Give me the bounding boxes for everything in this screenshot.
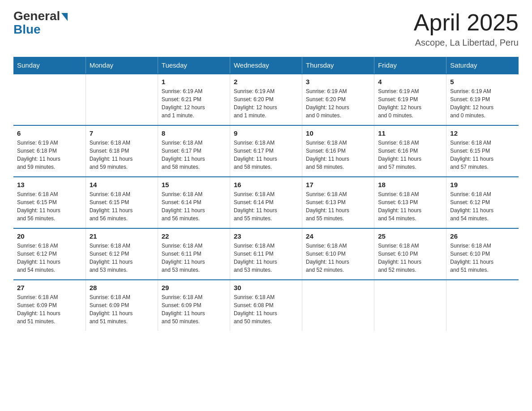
day-number: 6	[17, 129, 82, 137]
day-info: Sunrise: 6:19 AM Sunset: 6:19 PM Dayligh…	[450, 87, 515, 120]
day-number: 16	[234, 181, 298, 188]
day-number: 21	[90, 232, 154, 240]
day-number: 15	[162, 181, 226, 188]
day-number: 5	[450, 78, 515, 86]
day-number: 12	[450, 129, 515, 137]
calendar-day-14: 14Sunrise: 6:18 AM Sunset: 6:15 PM Dayli…	[86, 177, 158, 228]
calendar-day-23: 23Sunrise: 6:18 AM Sunset: 6:11 PM Dayli…	[230, 228, 302, 280]
day-number: 26	[450, 232, 515, 240]
logo-arrow-icon	[61, 13, 68, 21]
calendar-week-row: 27Sunrise: 6:18 AM Sunset: 6:09 PM Dayli…	[13, 280, 519, 331]
calendar-day-17: 17Sunrise: 6:18 AM Sunset: 6:13 PM Dayli…	[302, 177, 374, 228]
day-info: Sunrise: 6:19 AM Sunset: 6:21 PM Dayligh…	[162, 87, 226, 120]
month-title: April 2025	[414, 9, 519, 36]
day-number: 3	[306, 78, 370, 86]
day-info: Sunrise: 6:19 AM Sunset: 6:19 PM Dayligh…	[378, 87, 442, 120]
title-section: April 2025 Ascope, La Libertad, Peru	[414, 9, 519, 48]
calendar-day-7: 7Sunrise: 6:18 AM Sunset: 6:18 PM Daylig…	[86, 125, 158, 177]
day-info: Sunrise: 6:19 AM Sunset: 6:20 PM Dayligh…	[306, 87, 370, 120]
calendar-day-9: 9Sunrise: 6:18 AM Sunset: 6:17 PM Daylig…	[230, 125, 302, 177]
calendar-day-1: 1Sunrise: 6:19 AM Sunset: 6:21 PM Daylig…	[158, 74, 230, 125]
day-info: Sunrise: 6:18 AM Sunset: 6:11 PM Dayligh…	[162, 242, 226, 274]
calendar-header-row: SundayMondayTuesdayWednesdayThursdayFrid…	[13, 57, 519, 74]
day-info: Sunrise: 6:18 AM Sunset: 6:14 PM Dayligh…	[162, 190, 226, 223]
day-info: Sunrise: 6:18 AM Sunset: 6:16 PM Dayligh…	[378, 139, 442, 171]
day-number: 18	[378, 181, 442, 188]
calendar-empty-cell	[13, 74, 86, 125]
calendar-header-monday: Monday	[86, 57, 158, 74]
day-info: Sunrise: 6:18 AM Sunset: 6:09 PM Dayligh…	[17, 293, 82, 325]
day-number: 28	[90, 284, 154, 291]
day-number: 1	[162, 78, 226, 86]
calendar-day-18: 18Sunrise: 6:18 AM Sunset: 6:13 PM Dayli…	[374, 177, 446, 228]
logo: General Blue	[13, 9, 68, 37]
calendar-day-6: 6Sunrise: 6:19 AM Sunset: 6:18 PM Daylig…	[13, 125, 86, 177]
day-number: 25	[378, 232, 442, 240]
day-info: Sunrise: 6:18 AM Sunset: 6:12 PM Dayligh…	[17, 242, 82, 274]
calendar-empty-cell	[86, 74, 158, 125]
calendar-table: SundayMondayTuesdayWednesdayThursdayFrid…	[13, 57, 519, 331]
day-info: Sunrise: 6:18 AM Sunset: 6:13 PM Dayligh…	[306, 190, 370, 223]
calendar-day-26: 26Sunrise: 6:18 AM Sunset: 6:10 PM Dayli…	[446, 228, 519, 280]
day-info: Sunrise: 6:18 AM Sunset: 6:17 PM Dayligh…	[234, 139, 298, 171]
day-number: 23	[234, 232, 298, 240]
day-info: Sunrise: 6:18 AM Sunset: 6:12 PM Dayligh…	[90, 242, 154, 274]
calendar-day-3: 3Sunrise: 6:19 AM Sunset: 6:20 PM Daylig…	[302, 74, 374, 125]
day-info: Sunrise: 6:18 AM Sunset: 6:15 PM Dayligh…	[90, 190, 154, 223]
calendar-week-row: 13Sunrise: 6:18 AM Sunset: 6:15 PM Dayli…	[13, 177, 519, 228]
calendar-header-thursday: Thursday	[302, 57, 374, 74]
day-info: Sunrise: 6:19 AM Sunset: 6:18 PM Dayligh…	[17, 139, 82, 171]
day-number: 14	[90, 181, 154, 188]
day-number: 22	[162, 232, 226, 240]
day-info: Sunrise: 6:18 AM Sunset: 6:18 PM Dayligh…	[90, 139, 154, 171]
calendar-header-saturday: Saturday	[446, 57, 519, 74]
calendar-day-16: 16Sunrise: 6:18 AM Sunset: 6:14 PM Dayli…	[230, 177, 302, 228]
day-info: Sunrise: 6:18 AM Sunset: 6:10 PM Dayligh…	[306, 242, 370, 274]
day-number: 29	[162, 284, 226, 291]
day-number: 4	[378, 78, 442, 86]
calendar-week-row: 1Sunrise: 6:19 AM Sunset: 6:21 PM Daylig…	[13, 74, 519, 125]
calendar-day-8: 8Sunrise: 6:18 AM Sunset: 6:17 PM Daylig…	[158, 125, 230, 177]
calendar-empty-cell	[374, 280, 446, 331]
calendar-day-15: 15Sunrise: 6:18 AM Sunset: 6:14 PM Dayli…	[158, 177, 230, 228]
calendar-day-22: 22Sunrise: 6:18 AM Sunset: 6:11 PM Dayli…	[158, 228, 230, 280]
day-info: Sunrise: 6:18 AM Sunset: 6:09 PM Dayligh…	[162, 293, 226, 325]
calendar-header-friday: Friday	[374, 57, 446, 74]
day-number: 8	[162, 129, 226, 137]
day-info: Sunrise: 6:18 AM Sunset: 6:15 PM Dayligh…	[17, 190, 82, 223]
calendar-day-24: 24Sunrise: 6:18 AM Sunset: 6:10 PM Dayli…	[302, 228, 374, 280]
calendar-day-5: 5Sunrise: 6:19 AM Sunset: 6:19 PM Daylig…	[446, 74, 519, 125]
calendar-day-2: 2Sunrise: 6:19 AM Sunset: 6:20 PM Daylig…	[230, 74, 302, 125]
calendar-day-4: 4Sunrise: 6:19 AM Sunset: 6:19 PM Daylig…	[374, 74, 446, 125]
day-number: 27	[17, 284, 82, 291]
day-info: Sunrise: 6:18 AM Sunset: 6:11 PM Dayligh…	[234, 242, 298, 274]
day-number: 30	[234, 284, 298, 291]
day-info: Sunrise: 6:18 AM Sunset: 6:10 PM Dayligh…	[450, 242, 515, 274]
calendar-week-row: 20Sunrise: 6:18 AM Sunset: 6:12 PM Dayli…	[13, 228, 519, 280]
day-info: Sunrise: 6:19 AM Sunset: 6:20 PM Dayligh…	[234, 87, 298, 120]
calendar-day-10: 10Sunrise: 6:18 AM Sunset: 6:16 PM Dayli…	[302, 125, 374, 177]
day-info: Sunrise: 6:18 AM Sunset: 6:13 PM Dayligh…	[378, 190, 442, 223]
calendar-day-30: 30Sunrise: 6:18 AM Sunset: 6:08 PM Dayli…	[230, 280, 302, 331]
calendar-day-28: 28Sunrise: 6:18 AM Sunset: 6:09 PM Dayli…	[86, 280, 158, 331]
calendar-empty-cell	[302, 280, 374, 331]
day-info: Sunrise: 6:18 AM Sunset: 6:09 PM Dayligh…	[90, 293, 154, 325]
calendar-day-25: 25Sunrise: 6:18 AM Sunset: 6:10 PM Dayli…	[374, 228, 446, 280]
day-number: 13	[17, 181, 82, 188]
day-info: Sunrise: 6:18 AM Sunset: 6:17 PM Dayligh…	[162, 139, 226, 171]
calendar-day-19: 19Sunrise: 6:18 AM Sunset: 6:12 PM Dayli…	[446, 177, 519, 228]
day-number: 19	[450, 181, 515, 188]
day-number: 2	[234, 78, 298, 86]
calendar-day-29: 29Sunrise: 6:18 AM Sunset: 6:09 PM Dayli…	[158, 280, 230, 331]
calendar-week-row: 6Sunrise: 6:19 AM Sunset: 6:18 PM Daylig…	[13, 125, 519, 177]
day-number: 7	[90, 129, 154, 137]
day-info: Sunrise: 6:18 AM Sunset: 6:10 PM Dayligh…	[378, 242, 442, 274]
day-number: 24	[306, 232, 370, 240]
calendar-empty-cell	[446, 280, 519, 331]
day-number: 17	[306, 181, 370, 188]
calendar-day-12: 12Sunrise: 6:18 AM Sunset: 6:15 PM Dayli…	[446, 125, 519, 177]
day-info: Sunrise: 6:18 AM Sunset: 6:08 PM Dayligh…	[234, 293, 298, 325]
day-number: 10	[306, 129, 370, 137]
day-info: Sunrise: 6:18 AM Sunset: 6:12 PM Dayligh…	[450, 190, 515, 223]
day-number: 20	[17, 232, 82, 240]
